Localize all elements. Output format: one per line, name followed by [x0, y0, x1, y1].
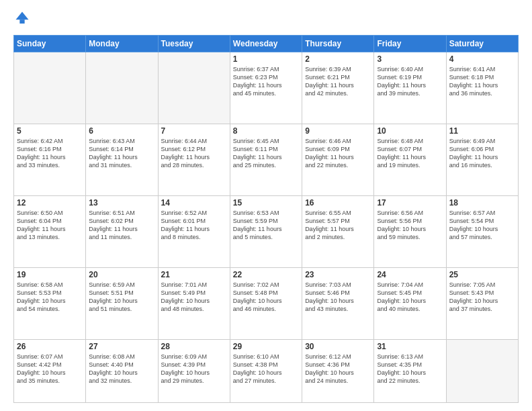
day-number: 28: [161, 342, 227, 351]
calendar-cell: [158, 52, 230, 124]
calendar-cell: 17Sunrise: 6:56 AM Sunset: 5:56 PM Dayli…: [374, 196, 446, 268]
calendar-row-1: 5Sunrise: 6:42 AM Sunset: 6:16 PM Daylig…: [14, 124, 519, 196]
weekday-header-friday: Friday: [374, 36, 446, 52]
weekday-header-thursday: Thursday: [302, 36, 374, 52]
day-number: 27: [89, 342, 154, 351]
calendar-cell: 28Sunrise: 6:09 AM Sunset: 4:39 PM Dayli…: [158, 340, 230, 403]
day-info: Sunrise: 6:13 AM Sunset: 4:35 PM Dayligh…: [377, 353, 443, 385]
calendar-cell: 11Sunrise: 6:49 AM Sunset: 6:06 PM Dayli…: [446, 124, 518, 196]
logo: [13, 11, 30, 28]
calendar-cell: 3Sunrise: 6:40 AM Sunset: 6:19 PM Daylig…: [374, 52, 446, 124]
day-number: 26: [17, 342, 83, 351]
calendar-cell: 10Sunrise: 6:48 AM Sunset: 6:07 PM Dayli…: [374, 124, 446, 196]
day-info: Sunrise: 6:09 AM Sunset: 4:39 PM Dayligh…: [161, 353, 227, 385]
day-info: Sunrise: 6:39 AM Sunset: 6:21 PM Dayligh…: [305, 65, 371, 98]
day-number: 7: [161, 126, 227, 136]
svg-rect-1: [19, 19, 24, 24]
day-number: 4: [449, 54, 515, 64]
day-number: 11: [449, 126, 515, 136]
day-number: 10: [377, 126, 443, 136]
calendar-cell: 14Sunrise: 6:52 AM Sunset: 6:01 PM Dayli…: [158, 196, 230, 268]
day-number: 18: [449, 198, 515, 208]
day-info: Sunrise: 6:45 AM Sunset: 6:11 PM Dayligh…: [233, 137, 299, 170]
day-number: 24: [377, 270, 443, 279]
calendar-row-4: 26Sunrise: 6:07 AM Sunset: 4:42 PM Dayli…: [14, 340, 519, 403]
day-info: Sunrise: 6:55 AM Sunset: 5:57 PM Dayligh…: [305, 209, 371, 242]
day-info: Sunrise: 6:48 AM Sunset: 6:07 PM Dayligh…: [377, 137, 443, 170]
day-number: 5: [17, 126, 83, 136]
day-info: Sunrise: 6:46 AM Sunset: 6:09 PM Dayligh…: [305, 137, 371, 170]
calendar-cell: 1Sunrise: 6:37 AM Sunset: 6:23 PM Daylig…: [230, 52, 302, 124]
weekday-header-sunday: Sunday: [14, 36, 86, 52]
calendar-cell: 20Sunrise: 6:59 AM Sunset: 5:51 PM Dayli…: [86, 268, 158, 340]
day-number: 8: [233, 126, 299, 136]
weekday-header-saturday: Saturday: [446, 36, 518, 52]
weekday-header-tuesday: Tuesday: [158, 36, 230, 52]
day-number: 22: [233, 270, 299, 279]
day-info: Sunrise: 7:02 AM Sunset: 5:48 PM Dayligh…: [233, 281, 299, 314]
calendar-cell: 5Sunrise: 6:42 AM Sunset: 6:16 PM Daylig…: [14, 124, 86, 196]
day-number: 16: [305, 198, 371, 208]
calendar-cell: 6Sunrise: 6:43 AM Sunset: 6:14 PM Daylig…: [86, 124, 158, 196]
day-info: Sunrise: 6:10 AM Sunset: 4:38 PM Dayligh…: [233, 353, 299, 385]
day-info: Sunrise: 6:58 AM Sunset: 5:53 PM Dayligh…: [17, 281, 83, 314]
svg-marker-0: [15, 11, 28, 19]
day-number: 21: [161, 270, 227, 279]
day-number: 19: [17, 270, 83, 279]
calendar-cell: 2Sunrise: 6:39 AM Sunset: 6:21 PM Daylig…: [302, 52, 374, 124]
day-info: Sunrise: 6:53 AM Sunset: 5:59 PM Dayligh…: [233, 209, 299, 242]
calendar-cell: [14, 52, 86, 124]
day-info: Sunrise: 6:56 AM Sunset: 5:56 PM Dayligh…: [377, 209, 443, 242]
day-number: 25: [449, 270, 515, 279]
day-info: Sunrise: 6:57 AM Sunset: 5:54 PM Dayligh…: [449, 209, 515, 242]
page: SundayMondayTuesdayWednesdayThursdayFrid…: [0, 0, 532, 411]
calendar-cell: 23Sunrise: 7:03 AM Sunset: 5:46 PM Dayli…: [302, 268, 374, 340]
weekday-header-row: SundayMondayTuesdayWednesdayThursdayFrid…: [14, 36, 519, 52]
calendar-cell: 31Sunrise: 6:13 AM Sunset: 4:35 PM Dayli…: [374, 340, 446, 403]
calendar-cell: 8Sunrise: 6:45 AM Sunset: 6:11 PM Daylig…: [230, 124, 302, 196]
calendar-cell: 24Sunrise: 7:04 AM Sunset: 5:45 PM Dayli…: [374, 268, 446, 340]
calendar-cell: 25Sunrise: 7:05 AM Sunset: 5:43 PM Dayli…: [446, 268, 518, 340]
calendar-cell: 4Sunrise: 6:41 AM Sunset: 6:18 PM Daylig…: [446, 52, 518, 124]
calendar-cell: 18Sunrise: 6:57 AM Sunset: 5:54 PM Dayli…: [446, 196, 518, 268]
calendar-cell: [86, 52, 158, 124]
day-info: Sunrise: 7:01 AM Sunset: 5:49 PM Dayligh…: [161, 281, 227, 314]
day-info: Sunrise: 7:03 AM Sunset: 5:46 PM Dayligh…: [305, 281, 371, 314]
calendar-row-2: 12Sunrise: 6:50 AM Sunset: 6:04 PM Dayli…: [14, 196, 519, 268]
day-info: Sunrise: 7:05 AM Sunset: 5:43 PM Dayligh…: [449, 281, 515, 314]
day-info: Sunrise: 6:52 AM Sunset: 6:01 PM Dayligh…: [161, 209, 227, 242]
calendar-cell: [446, 340, 518, 403]
weekday-header-wednesday: Wednesday: [230, 36, 302, 52]
calendar-row-3: 19Sunrise: 6:58 AM Sunset: 5:53 PM Dayli…: [14, 268, 519, 340]
day-number: 31: [377, 342, 443, 351]
day-info: Sunrise: 6:44 AM Sunset: 6:12 PM Dayligh…: [161, 137, 227, 170]
day-number: 3: [377, 54, 443, 64]
day-info: Sunrise: 6:59 AM Sunset: 5:51 PM Dayligh…: [89, 281, 154, 314]
calendar-cell: 13Sunrise: 6:51 AM Sunset: 6:02 PM Dayli…: [86, 196, 158, 268]
calendar-cell: 26Sunrise: 6:07 AM Sunset: 4:42 PM Dayli…: [14, 340, 86, 403]
day-info: Sunrise: 6:42 AM Sunset: 6:16 PM Dayligh…: [17, 137, 83, 170]
day-number: 23: [305, 270, 371, 279]
day-info: Sunrise: 6:43 AM Sunset: 6:14 PM Dayligh…: [89, 137, 154, 170]
calendar-cell: 19Sunrise: 6:58 AM Sunset: 5:53 PM Dayli…: [14, 268, 86, 340]
calendar-cell: 30Sunrise: 6:12 AM Sunset: 4:36 PM Dayli…: [302, 340, 374, 403]
day-number: 20: [89, 270, 154, 279]
day-number: 2: [305, 54, 371, 64]
day-number: 14: [161, 198, 227, 208]
logo-icon: [15, 11, 30, 26]
day-info: Sunrise: 6:08 AM Sunset: 4:40 PM Dayligh…: [89, 353, 154, 385]
day-number: 12: [17, 198, 83, 208]
day-info: Sunrise: 7:04 AM Sunset: 5:45 PM Dayligh…: [377, 281, 443, 314]
day-info: Sunrise: 6:41 AM Sunset: 6:18 PM Dayligh…: [449, 65, 515, 98]
calendar-row-0: 1Sunrise: 6:37 AM Sunset: 6:23 PM Daylig…: [14, 52, 519, 124]
calendar-cell: 22Sunrise: 7:02 AM Sunset: 5:48 PM Dayli…: [230, 268, 302, 340]
calendar-cell: 27Sunrise: 6:08 AM Sunset: 4:40 PM Dayli…: [86, 340, 158, 403]
calendar-cell: 12Sunrise: 6:50 AM Sunset: 6:04 PM Dayli…: [14, 196, 86, 268]
day-info: Sunrise: 6:07 AM Sunset: 4:42 PM Dayligh…: [17, 353, 83, 385]
day-info: Sunrise: 6:12 AM Sunset: 4:36 PM Dayligh…: [305, 353, 371, 385]
calendar-table: SundayMondayTuesdayWednesdayThursdayFrid…: [13, 35, 519, 403]
calendar-cell: 7Sunrise: 6:44 AM Sunset: 6:12 PM Daylig…: [158, 124, 230, 196]
day-info: Sunrise: 6:50 AM Sunset: 6:04 PM Dayligh…: [17, 209, 83, 242]
calendar-cell: 9Sunrise: 6:46 AM Sunset: 6:09 PM Daylig…: [302, 124, 374, 196]
day-info: Sunrise: 6:37 AM Sunset: 6:23 PM Dayligh…: [233, 65, 299, 98]
